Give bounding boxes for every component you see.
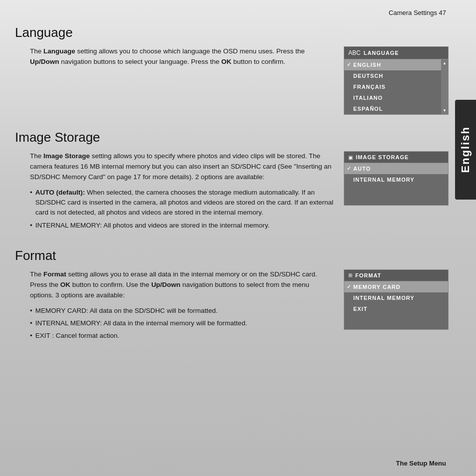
language-item-deutsch[interactable]: DEUTSCH	[344, 70, 448, 81]
format-menu-title: FORMAT	[355, 272, 381, 278]
format-bullet-text-3: EXIT : Cancel format action.	[35, 331, 120, 341]
image-storage-section: Image Storage The Image Storage setting …	[15, 130, 449, 233]
format-menu-wrapper: ⊞ FORMAT MEMORY CARD INTERNAL MEMORY EXI…	[344, 269, 449, 344]
footer-text: The Setup Menu	[396, 460, 446, 467]
format-menu-box: ⊞ FORMAT MEMORY CARD INTERNAL MEMORY EXI…	[344, 269, 449, 330]
language-item-francais[interactable]: FRANÇAIS	[344, 81, 448, 92]
image-storage-title: Image Storage	[15, 130, 449, 145]
image-storage-item-auto[interactable]: AUTO	[344, 163, 448, 174]
language-menu-box: ABC LANGUAGE ENGLISH DEUTSCH FRANÇAIS IT…	[344, 46, 449, 115]
image-storage-bullet-2: • INTERNAL MEMORY: All photos and videos…	[30, 221, 334, 231]
language-body: The Language setting allows you to choos…	[30, 46, 334, 67]
format-menu-spacer	[344, 314, 448, 329]
image-storage-menu-icon: ▣	[348, 155, 353, 160]
language-tab-label: English	[459, 126, 472, 173]
scroll-up-icon: ▲	[443, 61, 447, 65]
language-scrollbar[interactable]: ▲ ▼	[441, 59, 448, 114]
header-text: Camera Settings 47	[389, 9, 446, 16]
language-menu-wrapper: ABC LANGUAGE ENGLISH DEUTSCH FRANÇAIS IT…	[344, 46, 449, 115]
scroll-down-icon: ▼	[443, 108, 447, 113]
page-footer: The Setup Menu	[396, 460, 446, 467]
page-header: Camera Settings 47	[389, 9, 446, 16]
main-content: Language The Language setting allows you…	[15, 25, 449, 451]
format-bullet-1: • MEMORY CARD: All data on the SD/SDHC w…	[30, 306, 334, 316]
language-tab: English	[455, 100, 476, 200]
bullet-text-2: INTERNAL MEMORY: All photos and videos a…	[35, 221, 269, 231]
format-menu-box-wrapper: ⊞ FORMAT MEMORY CARD INTERNAL MEMORY EXI…	[344, 269, 449, 330]
format-menu-header: ⊞ FORMAT	[344, 270, 448, 281]
image-storage-menu-items: AUTO INTERNAL MEMORY	[344, 163, 448, 205]
image-storage-menu-box: ▣ IMAGE STORAGE AUTO INTERNAL MEMORY	[344, 151, 449, 206]
format-text: The Format setting allows you to erase a…	[15, 269, 334, 344]
image-storage-menu-header: ▣ IMAGE STORAGE	[344, 152, 448, 163]
format-bullet-dot-3: •	[30, 331, 32, 341]
image-storage-bullet-1: • AUTO (default): When selected, the cam…	[30, 188, 334, 218]
format-bullet-dot-1: •	[30, 306, 32, 316]
format-section: Format The Format setting allows you to …	[15, 248, 449, 344]
language-menu-title: LANGUAGE	[364, 50, 399, 56]
image-storage-text: The Image Storage setting allows you to …	[15, 151, 334, 233]
format-bullet-text-2: INTERNAL MEMORY: All data in the interna…	[35, 318, 247, 328]
language-item-italiano[interactable]: ITALIANO	[344, 92, 448, 103]
format-menu-items: MEMORY CARD INTERNAL MEMORY EXIT	[344, 281, 448, 329]
image-storage-menu-title: IMAGE STORAGE	[356, 154, 409, 160]
format-menu-icon: ⊞	[348, 272, 352, 278]
bullet-text-1: AUTO (default): When selected, the camer…	[35, 188, 334, 218]
image-storage-menu-wrapper: ▣ IMAGE STORAGE AUTO INTERNAL MEMORY	[344, 151, 449, 233]
image-storage-body: The Image Storage setting allows you to …	[30, 151, 334, 183]
format-title: Format	[15, 248, 449, 263]
language-item-espanol[interactable]: ESPAÑOL	[344, 103, 448, 114]
bullet-dot-2: •	[30, 221, 32, 231]
format-row: The Format setting allows you to erase a…	[15, 269, 449, 344]
language-section: Language The Language setting allows you…	[15, 25, 449, 115]
image-storage-menu-spacer	[344, 185, 448, 205]
format-bullet-text-1: MEMORY CARD: All data on the SD/SDHC wil…	[35, 306, 218, 316]
language-row: The Language setting allows you to choos…	[15, 46, 449, 115]
language-menu-header: ABC LANGUAGE	[344, 47, 448, 59]
language-text: The Language setting allows you to choos…	[15, 46, 334, 115]
format-bullet-dot-2: •	[30, 318, 32, 328]
language-menu-box-wrapper: ABC LANGUAGE ENGLISH DEUTSCH FRANÇAIS IT…	[344, 46, 449, 115]
format-bullet-2: • INTERNAL MEMORY: All data in the inter…	[30, 318, 334, 328]
language-menu-items: ENGLISH DEUTSCH FRANÇAIS ITALIANO ESPAÑO…	[344, 59, 448, 114]
format-item-memory-card[interactable]: MEMORY CARD	[344, 281, 448, 292]
format-item-exit[interactable]: EXIT	[344, 303, 448, 314]
language-title: Language	[15, 25, 449, 40]
format-item-internal-memory[interactable]: INTERNAL MEMORY	[344, 292, 448, 303]
format-body: The Format setting allows you to erase a…	[30, 269, 334, 301]
image-storage-menu-box-wrapper: ▣ IMAGE STORAGE AUTO INTERNAL MEMORY	[344, 151, 449, 206]
language-menu-icon: ABC	[348, 49, 361, 56]
format-bullet-3: • EXIT : Cancel format action.	[30, 331, 334, 341]
bullet-dot-1: •	[30, 188, 32, 218]
language-item-english[interactable]: ENGLISH	[344, 59, 448, 70]
image-storage-item-internal[interactable]: INTERNAL MEMORY	[344, 174, 448, 185]
image-storage-row: The Image Storage setting allows you to …	[15, 151, 449, 233]
